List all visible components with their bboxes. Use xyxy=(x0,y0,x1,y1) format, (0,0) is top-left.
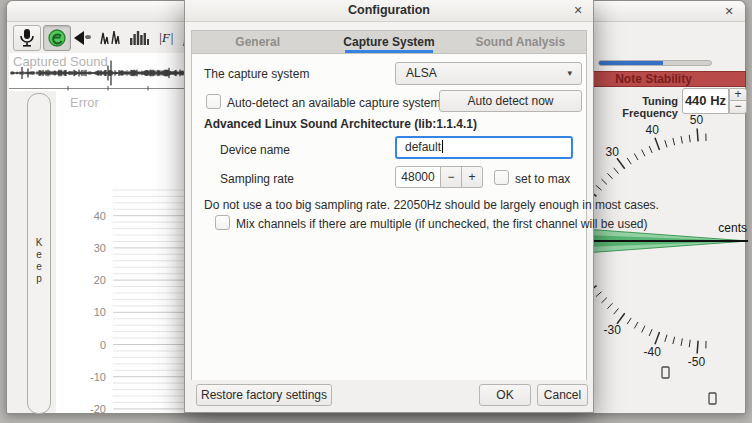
device-name-input[interactable]: default xyxy=(395,136,573,159)
device-name-value: default xyxy=(405,138,441,157)
svg-text:-20: -20 xyxy=(90,403,106,413)
dialog-notebook: General Capture System Sound Analysis Th… xyxy=(191,30,587,381)
dialog-titlebar[interactable]: Configuration ✕ xyxy=(185,0,593,22)
svg-text:10: 10 xyxy=(94,306,106,318)
dialog-action-bar: Restore factory settings OK Cancel xyxy=(185,380,593,412)
text-cursor xyxy=(442,140,443,153)
svg-text:-10: -10 xyxy=(90,371,106,383)
dialog-close-icon[interactable]: ✕ xyxy=(570,3,586,19)
sampling-rate-value[interactable]: 48000 xyxy=(395,166,441,188)
cancel-button[interactable]: Cancel xyxy=(537,384,588,406)
device-name-label: Device name xyxy=(220,143,290,157)
signal-progress-fill xyxy=(599,61,663,65)
svg-text:40: 40 xyxy=(646,123,660,137)
svg-text:-50: -50 xyxy=(688,355,706,369)
ok-button[interactable]: OK xyxy=(479,384,531,406)
spectrum-view-icon[interactable] xyxy=(127,27,151,49)
main-close-icon[interactable]: ✕ xyxy=(721,4,737,20)
dialog-tab-bar: General Capture System Sound Analysis xyxy=(192,31,586,54)
microphone-icon xyxy=(18,28,36,48)
keep-slider-label: Keep xyxy=(28,237,50,285)
sampling-rate-increment-button[interactable]: + xyxy=(461,166,483,188)
svg-text:30: 30 xyxy=(94,242,106,254)
capture-system-label: The capture system xyxy=(204,67,309,81)
dialog-title: Configuration xyxy=(185,0,593,21)
sampling-rate-decrement-button[interactable]: − xyxy=(440,166,462,188)
tuner-toggle-button[interactable] xyxy=(43,25,71,51)
sampling-rate-note: Do not use a too big sampling rate. 2205… xyxy=(204,198,659,212)
capture-toggle-button[interactable] xyxy=(13,25,41,51)
configuration-dialog: Configuration ✕ General Capture System S… xyxy=(184,0,594,413)
mix-channels-label: Mix channels if there are multiple (if u… xyxy=(236,217,648,231)
error-chart-title: Error xyxy=(70,95,99,110)
captured-sound-title: Captured Sound xyxy=(13,54,108,69)
svg-text:-40: -40 xyxy=(644,345,662,359)
tab-sound-analysis[interactable]: Sound Analysis xyxy=(455,31,586,53)
sampling-rate-label: Sampling rate xyxy=(220,172,294,186)
set-to-max-label: set to max xyxy=(515,172,570,186)
lingot-logo-icon xyxy=(47,28,67,48)
tab-general[interactable]: General xyxy=(192,31,323,53)
tab-capture-system[interactable]: Capture System xyxy=(323,31,454,53)
alsa-section-header: Advanced Linux Sound Architecture (lib:1… xyxy=(204,117,477,131)
restore-factory-settings-button[interactable]: Restore factory settings xyxy=(196,384,332,406)
svg-text:30: 30 xyxy=(606,145,620,159)
svg-text:cents: cents xyxy=(718,221,747,235)
svg-text:-30: -30 xyxy=(604,323,622,337)
capture-system-value: ALSA xyxy=(406,66,437,80)
capture-system-tab-content: The capture system ALSA ▾ Auto-detect an… xyxy=(192,54,586,381)
svg-text:40: 40 xyxy=(94,210,106,222)
auto-detect-now-button[interactable]: Auto detect now xyxy=(439,90,582,112)
svg-text:50: 50 xyxy=(690,113,704,127)
capture-system-dropdown[interactable]: ALSA ▾ xyxy=(395,62,582,85)
gain-speaker-icon[interactable] xyxy=(71,27,95,49)
set-to-max-checkbox[interactable] xyxy=(494,170,509,185)
mix-channels-checkbox[interactable] xyxy=(215,215,230,230)
autodetect-checkbox[interactable] xyxy=(206,94,221,109)
waveform-view-icon[interactable] xyxy=(99,27,123,49)
svg-text:0: 0 xyxy=(100,339,106,351)
signal-progress-bar xyxy=(598,60,712,66)
svg-text:20: 20 xyxy=(94,274,106,286)
chevron-down-icon: ▾ xyxy=(567,63,572,84)
keep-slider[interactable]: Keep xyxy=(27,93,51,414)
